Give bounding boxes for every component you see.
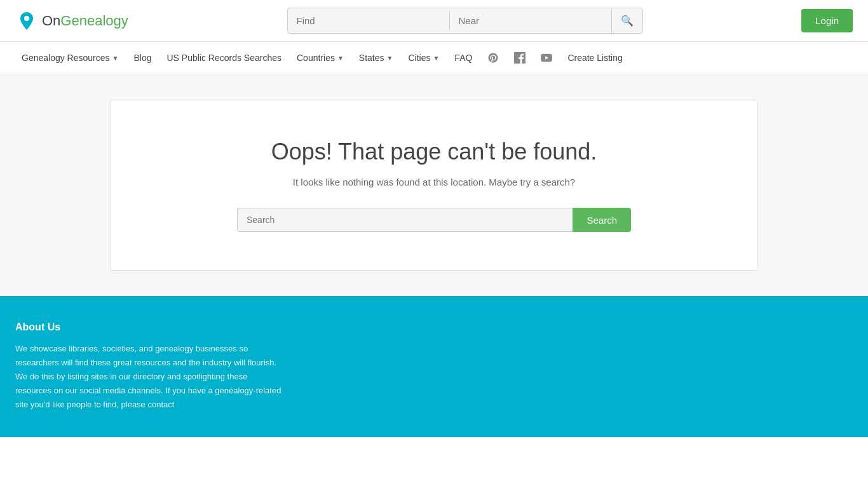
nav-label-blog: Blog [133,53,151,63]
chevron-down-icon: ▼ [433,55,439,62]
youtube-icon [541,52,552,64]
main-search-bar: 🔍 [287,8,643,34]
error-search-form: Search [237,208,631,232]
error-title: Oops! That page can't be found. [136,139,732,165]
nav-item-genealogy-resources[interactable]: Genealogy Resources ▼ [15,43,125,73]
nav-item-us-public-records[interactable]: US Public Records Searches [160,43,288,73]
nav-item-create-listing[interactable]: Create Listing [561,43,628,73]
chevron-down-icon: ▼ [387,55,393,62]
footer-about-text: We showcase libraries, societies, and ge… [15,342,282,412]
login-button[interactable]: Login [801,9,853,32]
main-content: Oops! That page can't be found. It looks… [0,74,868,296]
site-header: OnGenealogy 🔍 Login [0,0,868,42]
nav-item-blog[interactable]: Blog [127,43,158,73]
nav-youtube-icon[interactable] [534,42,559,74]
error-search-input[interactable] [237,208,573,232]
nav-label-states: States [359,53,384,63]
chevron-down-icon: ▼ [112,55,119,62]
logo-icon [15,10,38,32]
logo[interactable]: OnGenealogy [15,10,128,32]
nav-item-faq[interactable]: FAQ [448,43,478,73]
nav-label-cities: Cities [408,53,430,63]
footer-about-title: About Us [15,322,853,333]
search-near-input[interactable] [450,9,611,32]
svg-point-1 [24,16,29,21]
header-search-button[interactable]: 🔍 [611,8,642,33]
nav-item-states[interactable]: States ▼ [353,43,400,73]
chevron-down-icon: ▼ [337,55,344,62]
main-nav: Genealogy Resources ▼ Blog US Public Rec… [0,42,868,74]
facebook-icon [514,52,526,64]
nav-item-countries[interactable]: Countries ▼ [290,43,350,73]
error-search-button[interactable]: Search [573,208,631,232]
site-footer: About Us We showcase libraries, societie… [0,296,868,437]
nav-pinterest-icon[interactable] [481,42,505,74]
nav-label-faq: FAQ [454,53,472,63]
nav-label-create-listing: Create Listing [567,53,622,63]
nav-label-us-public-records: US Public Records Searches [166,53,281,63]
nav-item-cities[interactable]: Cities ▼ [402,43,445,73]
nav-facebook-icon[interactable] [508,42,532,74]
error-box: Oops! That page can't be found. It looks… [110,100,758,271]
pinterest-icon [487,52,499,64]
search-icon: 🔍 [621,15,634,26]
search-find-input[interactable] [288,9,449,32]
nav-label-genealogy-resources: Genealogy Resources [22,53,110,63]
logo-text: OnGenealogy [42,13,128,29]
error-subtitle: It looks like nothing was found at this … [136,177,732,187]
nav-label-countries: Countries [297,53,335,63]
